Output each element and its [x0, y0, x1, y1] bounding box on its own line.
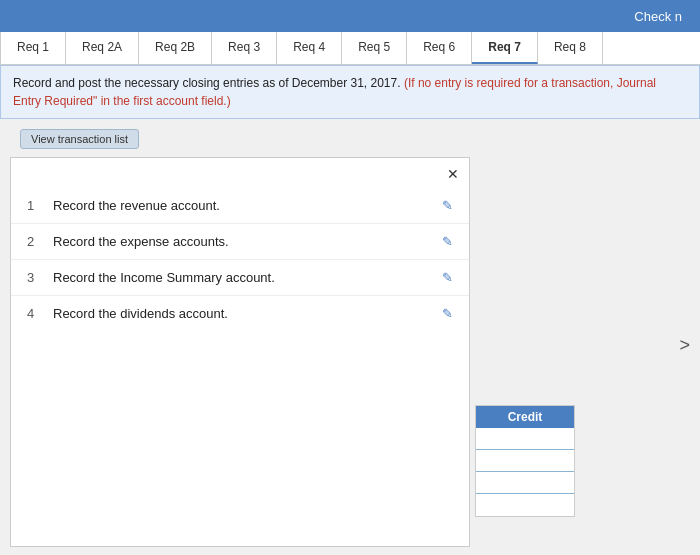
item-text-1: Record the revenue account. — [53, 198, 432, 213]
credit-row-4[interactable] — [476, 494, 574, 516]
item-number-3: 3 — [27, 270, 43, 285]
edit-icon-1[interactable]: ✎ — [442, 198, 453, 213]
item-text-3: Record the Income Summary account. — [53, 270, 432, 285]
main-content: ✕ 1 Record the revenue account. ✎ 2 Reco… — [0, 157, 700, 547]
close-button[interactable]: ✕ — [447, 166, 459, 182]
edit-icon-4[interactable]: ✎ — [442, 306, 453, 321]
item-text-2: Record the expense accounts. — [53, 234, 432, 249]
tab-req7[interactable]: Req 7 — [472, 32, 538, 64]
transaction-item-1: 1 Record the revenue account. ✎ — [11, 188, 469, 224]
edit-icon-3[interactable]: ✎ — [442, 270, 453, 285]
credit-rows — [476, 428, 574, 516]
tab-req4[interactable]: Req 4 — [277, 32, 342, 64]
credit-row-2[interactable] — [476, 450, 574, 472]
transaction-item-3: 3 Record the Income Summary account. ✎ — [11, 260, 469, 296]
tab-req5[interactable]: Req 5 — [342, 32, 407, 64]
transaction-item-4: 4 Record the dividends account. ✎ — [11, 296, 469, 331]
item-number-1: 1 — [27, 198, 43, 213]
tab-req1[interactable]: Req 1 — [0, 32, 66, 64]
tab-req6[interactable]: Req 6 — [407, 32, 472, 64]
instructions-banner: Record and post the necessary closing en… — [0, 65, 700, 119]
item-number-2: 2 — [27, 234, 43, 249]
tab-req3[interactable]: Req 3 — [212, 32, 277, 64]
item-number-4: 4 — [27, 306, 43, 321]
credit-row-1[interactable] — [476, 428, 574, 450]
transaction-item-2: 2 Record the expense accounts. ✎ — [11, 224, 469, 260]
right-panel: > Credit — [470, 157, 690, 547]
top-bar: Check n — [0, 0, 700, 32]
view-transaction-button[interactable]: View transaction list — [20, 129, 139, 149]
credit-row-3[interactable] — [476, 472, 574, 494]
tab-req2a[interactable]: Req 2A — [66, 32, 139, 64]
item-text-4: Record the dividends account. — [53, 306, 432, 321]
credit-box: Credit — [475, 405, 575, 517]
check-button[interactable]: Check n — [624, 5, 692, 28]
tab-req8[interactable]: Req 8 — [538, 32, 603, 64]
tab-req2b[interactable]: Req 2B — [139, 32, 212, 64]
pagination-bar: ◄ Prev 1 of 1 ⁝ Next ► — [0, 547, 700, 555]
nav-arrow-right-button[interactable]: > — [679, 335, 690, 356]
edit-icon-2[interactable]: ✎ — [442, 234, 453, 249]
tabs-bar: Req 1 Req 2A Req 2B Req 3 Req 4 Req 5 Re… — [0, 32, 700, 65]
instructions-text: Record and post the necessary closing en… — [13, 76, 401, 90]
transaction-list-panel: ✕ 1 Record the revenue account. ✎ 2 Reco… — [10, 157, 470, 547]
credit-header: Credit — [476, 406, 574, 428]
